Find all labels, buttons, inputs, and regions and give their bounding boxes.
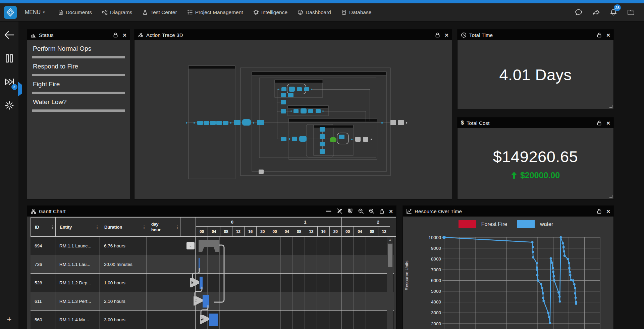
nav-item-label: Documents [66,9,92,15]
chip-icon [253,9,259,15]
share-button[interactable] [592,8,600,17]
drawer-handle[interactable] [18,82,22,97]
column-header-scale[interactable]: day hour ⋮ [147,218,180,236]
total-time-value: 4.01 Days [499,65,572,84]
status-progress-bar [32,56,125,58]
lock-icon[interactable] [597,120,602,126]
timeline-day-label: 1 [269,218,342,227]
close-icon[interactable]: × [606,208,610,215]
diamond-logo-icon [6,8,15,17]
add-button[interactable]: + [0,314,18,324]
pause-button[interactable] [3,52,16,65]
scroll-up-icon[interactable]: ▲ [387,237,393,243]
gantt-row-timeline [195,255,394,273]
resize-handle[interactable] [609,195,612,198]
column-header-duration[interactable]: Duration⋮ [100,218,147,236]
status-progress-bar [32,92,125,94]
settings-button[interactable] [3,99,16,112]
total-cost-value: $149260.65 [493,147,578,166]
nav-item-label: Project Management [195,9,243,15]
panel-resource: Resource Over Time × Forest Firewater 20… [402,205,614,329]
folder-icon [627,8,635,16]
gantt-scrollbar[interactable]: ▲ [387,237,393,329]
close-icon[interactable]: × [606,32,610,38]
panel-title: Status [39,32,54,38]
timeline-hour-label: 00 [342,227,354,236]
lock-icon[interactable] [435,32,440,38]
gantt-task-bar[interactable] [200,277,203,289]
gantt-row-736[interactable]: 736RM.1.1.1 Lau...20.00 minutes [31,255,394,274]
nav-item-test-center[interactable]: Test Center [142,9,177,15]
nav-item-documents[interactable]: Documents [58,9,92,15]
chat-button[interactable] [574,8,583,17]
cell-entity: RM.1.1.3 Perf... [55,292,100,310]
resource-panel-header[interactable]: Resource Over Time × [403,206,613,217]
action-trace-canvas[interactable] [135,40,452,199]
column-header-id[interactable]: ID⋮ [31,218,56,236]
minus-icon[interactable] [325,208,332,214]
no-draw-icon[interactable] [336,208,342,214]
top-accent-strip [0,0,644,3]
nav-item-label: Database [349,9,371,15]
bell-button[interactable]: 28 [609,8,618,17]
timeline-hour-label: 08 [293,227,305,236]
nav-item-dashboard[interactable]: Dashboard [298,9,331,15]
notification-badge: 28 [614,4,621,11]
lock-icon[interactable] [597,32,602,38]
menu-label: MENU [25,9,41,15]
timeline-hour-label: 04 [354,227,366,236]
timeline-hour-label: 00 [269,227,281,236]
status-panel-header[interactable]: Status × [27,30,130,40]
collapse-button[interactable]: - [186,242,195,249]
nav-item-diagrams[interactable]: Diagrams [102,9,132,15]
close-icon[interactable]: × [389,208,393,215]
svg-text:6000: 6000 [431,278,441,283]
close-icon[interactable]: × [123,32,126,38]
gantt-row-528[interactable]: 528RM.1.1.2 Dep...1.00 hours [31,274,394,292]
gantt-panel-header[interactable]: Gantt Chart × [27,206,396,217]
magnet-icon[interactable] [347,208,353,214]
resize-handle[interactable] [609,105,612,108]
scrollbar-thumb[interactable] [388,244,392,267]
zoom-out-icon[interactable] [358,208,364,214]
fast-forward-button[interactable]: 2 [3,75,16,89]
gauge-icon [298,9,303,15]
column-header-entity[interactable]: Entity⋮ [56,218,100,236]
action-trace-panel-header[interactable]: Action Trace 3D × [135,30,452,40]
lock-icon[interactable] [113,32,118,38]
lock-icon[interactable] [597,208,602,214]
gantt-row-560[interactable]: 560RM.1.1.4 Ma...3.00 hours [31,311,394,329]
nav-item-intelligence[interactable]: Intelligence [253,9,287,15]
folder-button[interactable] [627,8,635,17]
molecule-icon [138,32,144,38]
gantt-row-611[interactable]: 611RM.1.1.3 Perf...2.10 hours [31,292,394,311]
back-button[interactable] [3,28,16,42]
nav-item-database[interactable]: Database [341,9,371,15]
timeline-day-label: 2 [342,218,390,227]
linechart-icon [406,208,412,214]
total-time-panel-header[interactable]: Total Time × [458,30,613,40]
total-cost-panel-header[interactable]: $ Total Cost × [458,117,613,128]
gantt-task-bar[interactable] [209,314,218,326]
gantt-task-bar[interactable] [199,258,200,271]
app-logo[interactable] [4,6,17,19]
lock-icon[interactable] [379,208,384,214]
share-icon [592,8,600,16]
timeline-hour-label: 12 [305,227,317,236]
gantt-rows: 694RM.1.1 Launc...6.76 hours-736RM.1.1.1… [31,237,394,329]
zoom-in-icon[interactable] [369,208,375,214]
gantt-task-bar[interactable] [203,295,209,308]
flask-icon [142,9,148,15]
nav-item-project-management[interactable]: Project Management [187,9,243,15]
cell-spacer [180,311,195,329]
menu-button[interactable]: MENU ▾ [25,9,45,15]
resource-chart-svg: 2000300040005000600070008000900010000Res… [403,217,613,329]
close-icon[interactable]: × [445,32,448,38]
close-icon[interactable]: × [606,120,610,126]
cell-id: 736 [31,255,55,273]
panel-title: Resource Over Time [415,208,462,214]
svg-text:Resource Units: Resource Units [404,261,409,290]
cell-entity: RM.1.1.1 Lau... [55,255,100,273]
gantt-row-694[interactable]: 694RM.1.1 Launc...6.76 hours- [31,237,394,255]
gantt-toolbar: × [325,208,393,215]
